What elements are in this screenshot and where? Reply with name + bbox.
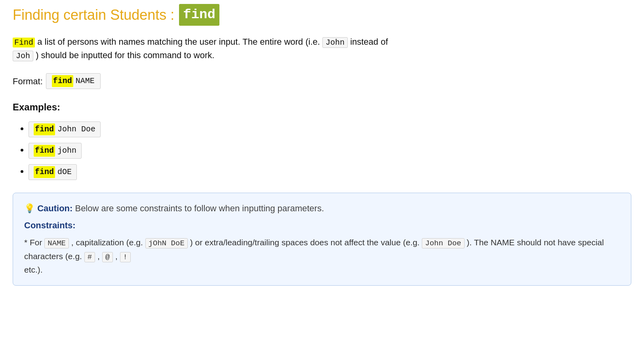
caution-box: 💡 Caution: Below are some constraints to… xyxy=(13,193,631,285)
format-find-keyword: find xyxy=(52,75,73,87)
example-john-code: John xyxy=(322,37,348,48)
special-3-code: ! xyxy=(120,252,131,262)
format-code-box: find NAME xyxy=(46,73,101,89)
format-line: Format: find NAME xyxy=(13,73,631,89)
special-2-code: @ xyxy=(102,252,113,262)
caution-description: Below are some constraints to follow whe… xyxy=(75,203,324,213)
example-2-code-box: find john xyxy=(29,143,82,159)
example-1-code-box: find John Doe xyxy=(29,121,101,137)
list-item: find John Doe xyxy=(29,121,631,137)
examples-list: find John Doe find john find dOE xyxy=(13,121,631,180)
name-code: NAME xyxy=(44,238,69,248)
comma-1: , xyxy=(97,252,102,261)
format-label: Format: xyxy=(13,75,43,88)
example-1-find: find xyxy=(34,123,55,135)
constraint-text-1: * For xyxy=(24,238,42,247)
example-caps-code: jOhN DoE xyxy=(145,238,188,248)
example-2-find: find xyxy=(34,145,55,157)
desc-part1: a list of persons with names matching th… xyxy=(37,37,322,47)
example-3-args: dOE xyxy=(57,166,72,178)
desc-part3: ) should be inputted for this command to… xyxy=(36,50,214,60)
example-2-args: john xyxy=(57,145,76,157)
caution-title-line: 💡 Caution: Below are some constraints to… xyxy=(24,202,620,215)
constraints-heading: Constraints: xyxy=(24,219,620,232)
constraint-text-5: etc.). xyxy=(24,265,43,274)
caution-bold-label: Caution: xyxy=(37,203,72,213)
list-item: find dOE xyxy=(29,164,631,180)
example-1-args: John Doe xyxy=(57,123,95,135)
example-3-find: find xyxy=(34,166,55,178)
title-find-keyword: find xyxy=(179,4,219,26)
description-paragraph: Find a list of persons with names matchi… xyxy=(13,35,631,62)
constraint-text-3: ) or extra/leading/trailing spaces does … xyxy=(190,238,420,247)
list-item: find john xyxy=(29,143,631,159)
example-joh-code: Joh xyxy=(13,51,33,61)
title-text: Finding certain Students : xyxy=(13,4,174,26)
caution-emoji: 💡 xyxy=(24,203,35,213)
constraint-text-2: , capitalization (e.g. xyxy=(71,238,143,247)
example-3-code-box: find dOE xyxy=(29,164,77,180)
comma-2: , xyxy=(115,252,120,261)
format-name-placeholder: NAME xyxy=(76,75,95,87)
special-1-code: # xyxy=(84,252,95,262)
find-highlight-word: Find xyxy=(13,38,35,47)
examples-heading: Examples: xyxy=(13,100,631,114)
example-name-code: John Doe xyxy=(422,238,464,248)
desc-part2: instead of xyxy=(350,37,388,47)
page-title: Finding certain Students : find xyxy=(13,4,631,26)
constraints-text: * For NAME , capitalization (e.g. jOhN D… xyxy=(24,236,620,276)
